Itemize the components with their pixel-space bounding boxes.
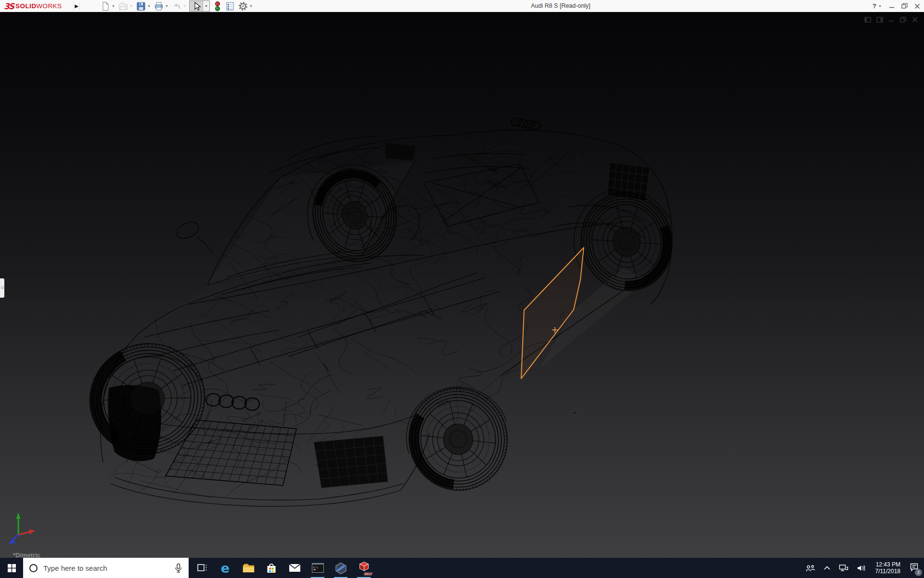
start-button[interactable]: [0, 558, 23, 578]
taskbar-app-command-prompt[interactable]: C:\: [306, 558, 329, 578]
rebuild-button[interactable]: [213, 0, 222, 12]
taskbar-app-file-explorer[interactable]: [237, 558, 260, 578]
save-dropdown[interactable]: ▾: [147, 4, 151, 8]
show-display-pane-icon[interactable]: [876, 16, 883, 23]
store-icon: [265, 562, 278, 574]
windows-taskbar: e: [0, 558, 924, 578]
task-view-icon: [196, 563, 208, 573]
select-tool[interactable]: ▾: [189, 0, 210, 12]
mail-icon: [288, 563, 301, 573]
select-tool-dropdown[interactable]: ▾: [203, 1, 209, 11]
document-title: Audi R8 S [Read-only]: [531, 0, 590, 12]
file-properties-icon: [225, 1, 235, 12]
search-input[interactable]: [42, 564, 174, 573]
taskbar-app-edrawings[interactable]: [329, 558, 352, 578]
print-button[interactable]: ▾: [154, 1, 169, 12]
quick-access-toolbar: ▾ ▾ ▾ ▾: [100, 0, 256, 12]
open-dropdown[interactable]: ▾: [129, 4, 133, 8]
save-icon: [136, 1, 146, 12]
edge-icon: e: [221, 562, 230, 575]
graphics-viewport[interactable]: *Dimetric: [0, 12, 924, 558]
open-button[interactable]: ▾: [118, 1, 133, 12]
taskbar-clock[interactable]: 12:43 PM 7/11/2018: [875, 561, 901, 575]
audi-rings-front-icon: [205, 393, 260, 411]
taskbar-search-box[interactable]: [23, 558, 189, 578]
volume-icon[interactable]: [857, 564, 866, 572]
new-document-dropdown[interactable]: ▾: [111, 4, 116, 8]
options-gear-icon: [238, 1, 248, 12]
solidworks-2017-icon: 2017: [358, 561, 371, 575]
restore-document-button[interactable]: [900, 16, 907, 23]
new-document-button[interactable]: ▾: [100, 1, 116, 12]
notification-badge: 2: [915, 569, 922, 576]
action-center-button[interactable]: 2: [910, 563, 919, 574]
chevron-up-icon[interactable]: [823, 565, 831, 570]
tab-handle-icon: [1, 286, 4, 289]
show-featuremanager-icon[interactable]: [864, 16, 871, 23]
undo-dropdown[interactable]: ▾: [182, 4, 187, 8]
microphone-icon[interactable]: [174, 563, 183, 573]
solidworks-year-label: 2017: [364, 572, 372, 576]
people-icon[interactable]: [806, 564, 815, 572]
solidworks-logo: 3S SOLIDWORKS: [4, 0, 62, 12]
clock-date: 7/11/2018: [875, 568, 901, 575]
help-button[interactable]: ? ▾: [873, 2, 882, 10]
network-icon[interactable]: [839, 564, 848, 572]
restore-button[interactable]: [901, 3, 908, 9]
print-icon: [154, 1, 164, 12]
title-bar: 3S SOLIDWORKS ▶ ▾ ▾ ▾: [0, 0, 924, 12]
undo-button[interactable]: ▾: [171, 1, 187, 12]
new-document-icon: [100, 1, 111, 12]
edrawings-icon: [334, 562, 347, 574]
windows-logo-icon: [8, 564, 16, 572]
save-button[interactable]: ▾: [136, 1, 151, 12]
file-explorer-icon: [242, 563, 255, 574]
help-icon: ?: [873, 2, 876, 10]
options-button[interactable]: ▾: [238, 1, 253, 12]
document-window-controls: [864, 16, 918, 23]
close-document-button[interactable]: [912, 16, 918, 23]
clock-time: 12:43 PM: [875, 561, 901, 568]
audi-rings-rear-icon: [511, 118, 541, 130]
taskbar-app-solidworks[interactable]: 2017: [352, 558, 375, 578]
options-dropdown[interactable]: ▾: [249, 4, 253, 8]
cortana-icon: [29, 564, 38, 572]
rebuild-traffic-light-icon: [213, 0, 222, 12]
solidworks-logo-mark: 3S: [4, 1, 13, 11]
command-prompt-icon: C:\: [311, 563, 324, 573]
taskbar-apps: e: [191, 558, 375, 578]
select-cursor-icon: [190, 1, 203, 11]
view-orientation-label: *Dimetric: [13, 552, 40, 558]
open-icon: [118, 1, 128, 12]
task-view-button[interactable]: [191, 558, 214, 578]
wireframe-car-model[interactable]: [0, 12, 924, 558]
system-tray: 12:43 PM 7/11/2018 2: [806, 558, 924, 578]
minimize-button[interactable]: [889, 3, 895, 9]
file-properties-button[interactable]: [225, 1, 235, 12]
undo-icon: [171, 1, 182, 12]
orientation-triad: [8, 512, 35, 544]
help-dropdown[interactable]: ▾: [878, 4, 882, 8]
window-controls: ? ▾: [873, 0, 920, 12]
print-dropdown[interactable]: ▾: [165, 4, 169, 8]
close-button[interactable]: [914, 3, 920, 9]
solidworks-logo-text: SOLIDWORKS: [15, 2, 62, 10]
svg-text:C:\: C:\: [313, 566, 318, 569]
taskbar-app-mail[interactable]: [283, 558, 306, 578]
minimize-document-button[interactable]: [888, 16, 895, 23]
featuremanager-collapsed-tab[interactable]: [0, 278, 4, 298]
taskbar-app-edge[interactable]: e: [214, 558, 237, 578]
menu-flyout-arrow-icon[interactable]: ▶: [73, 1, 80, 11]
taskbar-app-store[interactable]: [260, 558, 283, 578]
